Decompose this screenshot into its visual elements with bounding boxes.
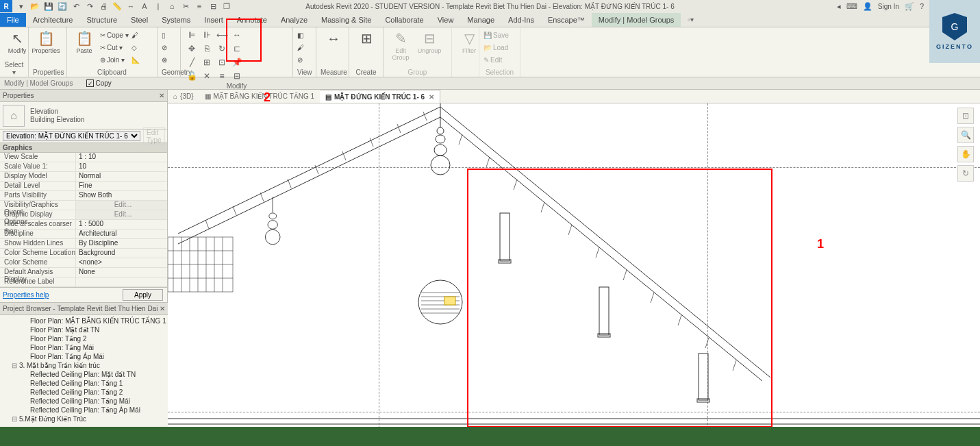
sync-icon[interactable]: 🔄 bbox=[58, 1, 67, 11]
sel-save-button[interactable]: 💾Save bbox=[483, 29, 516, 41]
prop-value[interactable]: By Discipline bbox=[75, 239, 167, 248]
modify-button[interactable]: ↖ Modify bbox=[4, 29, 30, 55]
drawing-canvas[interactable]: 1 ⊡ 🔍 ✋ ↻ bbox=[168, 103, 980, 432]
property-row[interactable]: Detail LevelFine bbox=[0, 182, 167, 191]
sel-edit-button[interactable]: ✎Edit bbox=[483, 53, 516, 66]
sel-load-button[interactable]: 📂Load bbox=[483, 41, 516, 53]
tree-item[interactable]: ⊟5.Mặt Đứng Kiến Trúc bbox=[3, 414, 165, 423]
clip3-button[interactable]: 📐 bbox=[131, 53, 140, 66]
switch-win-icon[interactable]: ❐ bbox=[222, 1, 231, 11]
prop-value[interactable]: 10 bbox=[75, 162, 167, 171]
expand-icon[interactable]: ⊟ bbox=[11, 361, 18, 370]
tab-3d[interactable]: ⌂{3D} bbox=[168, 90, 199, 103]
tab-structure[interactable]: Structure bbox=[79, 13, 124, 27]
help-icon[interactable]: ? bbox=[920, 2, 924, 10]
property-row[interactable]: Color Scheme LocationBackground bbox=[0, 249, 167, 258]
geo2-button[interactable]: ⊘ bbox=[162, 41, 176, 53]
prop-value[interactable]: 1 : 10 bbox=[75, 153, 167, 162]
measure-button[interactable]: ↔ bbox=[321, 29, 347, 48]
prop-value[interactable]: Show Both bbox=[75, 191, 167, 200]
copy-checkbox[interactable]: ✓Copy bbox=[86, 79, 111, 87]
cope-button[interactable]: ✂Cope ▾ bbox=[100, 29, 129, 41]
open-icon[interactable]: 📂 bbox=[30, 1, 40, 11]
prop-value[interactable]: 1 : 5000 bbox=[75, 220, 167, 229]
move-button[interactable]: ✥ bbox=[185, 42, 199, 55]
expand-icon[interactable]: ⊟ bbox=[11, 414, 18, 423]
pin-button[interactable]: 📌 bbox=[230, 56, 244, 69]
property-row[interactable]: Default Analysis Display ...None bbox=[0, 268, 167, 277]
tab-addins[interactable]: Add-Ins bbox=[501, 13, 541, 27]
keyboard-icon[interactable]: ⌨ bbox=[846, 2, 857, 11]
app-icon[interactable]: R bbox=[0, 0, 12, 12]
filter-button[interactable]: ▽Filter bbox=[456, 29, 482, 55]
tree-item[interactable]: Reflected Ceiling Plan: Tầng 1 bbox=[3, 379, 165, 388]
tab-annotate[interactable]: Annotate bbox=[230, 13, 274, 27]
edit-type-button[interactable]: Edit Type bbox=[143, 127, 165, 145]
prop-value[interactable]: Edit... bbox=[75, 201, 167, 210]
undo-icon[interactable]: ↶ bbox=[71, 1, 81, 11]
tree-item[interactable]: Reflected Ceiling Plan: Tầng Mái bbox=[3, 397, 165, 406]
search-icon[interactable]: ◂ bbox=[837, 2, 841, 11]
property-row[interactable]: Reference Label bbox=[0, 277, 167, 287]
save-icon[interactable]: 💾 bbox=[44, 1, 53, 11]
fullnav-button[interactable]: ⊡ bbox=[957, 108, 974, 124]
tree-item[interactable]: Reflected Ceiling Plan: Tầng 2 bbox=[3, 388, 165, 397]
view3-button[interactable]: ⊘ bbox=[297, 53, 312, 66]
paste-button[interactable]: 📋 Paste bbox=[71, 29, 97, 55]
trim-button[interactable]: ⊏ bbox=[230, 42, 244, 55]
tree-item[interactable]: Floor Plan: Tầng Áp Mái bbox=[3, 352, 165, 361]
thin-lines-icon[interactable]: ≡ bbox=[194, 1, 204, 11]
tab-close-icon[interactable]: ✕ bbox=[429, 93, 434, 101]
array-button[interactable]: ⊞ bbox=[200, 56, 214, 69]
properties-help-link[interactable]: Properties help bbox=[0, 291, 123, 299]
prop-value[interactable]: <none> bbox=[75, 258, 167, 267]
tab-massing[interactable]: Massing & Site bbox=[314, 13, 378, 27]
clip2-button[interactable]: ◇ bbox=[131, 41, 140, 53]
prop-value[interactable]: Background bbox=[75, 249, 167, 258]
property-row[interactable]: Hide at scales coarser than1 : 5000 bbox=[0, 220, 167, 230]
redo-icon[interactable]: ↷ bbox=[85, 1, 95, 11]
align-icon[interactable]: ↔ bbox=[126, 1, 136, 11]
cart-icon[interactable]: 🛒 bbox=[905, 2, 914, 11]
tree-item[interactable]: Reflected Ceiling Plan: Tầng Áp Mái bbox=[3, 406, 165, 414]
palette-close-icon[interactable]: ✕ bbox=[159, 92, 164, 99]
property-row[interactable]: Graphic Display OptionsEdit... bbox=[0, 210, 167, 220]
copy-button[interactable]: ⎘ bbox=[200, 42, 214, 55]
tree-item[interactable]: Floor Plan: Tầng 2 bbox=[3, 334, 165, 343]
split-button[interactable]: ╱ bbox=[185, 56, 199, 69]
section-icon[interactable]: ✂ bbox=[181, 1, 190, 11]
cut-button[interactable]: ✂Cut ▾ bbox=[100, 41, 129, 53]
tab-enscape[interactable]: Enscape™ bbox=[541, 13, 592, 27]
scale-button[interactable]: ⊡ bbox=[215, 56, 229, 69]
print-icon[interactable]: 🖨 bbox=[99, 1, 108, 11]
category-graphics[interactable]: Graphics bbox=[0, 143, 167, 153]
signin-link[interactable]: Sign In bbox=[878, 3, 899, 10]
align-button[interactable]: ⊫ bbox=[185, 29, 199, 41]
unpin-button[interactable]: 🔓 bbox=[185, 70, 199, 82]
property-row[interactable]: Color Scheme<none> bbox=[0, 258, 167, 268]
tab-manage[interactable]: Manage bbox=[460, 13, 501, 27]
ext2-button[interactable]: ⊟ bbox=[230, 70, 244, 82]
tree-item[interactable]: Reflected Ceiling Plan: Mặt đất TN bbox=[3, 370, 165, 379]
tab-insert[interactable]: Insert bbox=[197, 13, 230, 27]
tab-steel[interactable]: Steel bbox=[124, 13, 155, 27]
panel-overflow-icon[interactable]: ▫▾ bbox=[688, 16, 694, 23]
tab-floorplan[interactable]: ▦MẶT BẰNG KIẾN TRÚC TẦNG 1 bbox=[199, 90, 321, 103]
tree-item[interactable]: Floor Plan: Tầng Mái bbox=[3, 343, 165, 352]
user-icon[interactable]: 👤 bbox=[863, 2, 872, 11]
prop-value[interactable] bbox=[75, 277, 167, 286]
rotate-button[interactable]: ↻ bbox=[215, 42, 229, 55]
property-row[interactable]: Scale Value 1:10 bbox=[0, 162, 167, 172]
property-row[interactable]: Display ModelNormal bbox=[0, 172, 167, 182]
view2-button[interactable]: 🖌 bbox=[297, 41, 312, 53]
ext1-button[interactable]: ≡ bbox=[215, 70, 229, 82]
3d-icon[interactable]: ⌂ bbox=[167, 1, 177, 11]
tree-item[interactable]: Floor Plan: MẶT BẰNG KIẾN TRÚC TẦNG 1 bbox=[3, 317, 165, 325]
menu-icon[interactable]: ▾ bbox=[16, 1, 26, 11]
tab-systems[interactable]: Systems bbox=[155, 13, 197, 27]
tab-architecture[interactable]: Architecture bbox=[26, 13, 80, 27]
tree-item[interactable]: ⊟3. Mặt bằng Trần kiến trúc bbox=[3, 361, 165, 370]
tab-collaborate[interactable]: Collaborate bbox=[378, 13, 430, 27]
palette-close-icon[interactable]: ✕ bbox=[160, 305, 165, 312]
delete-button[interactable]: ✕ bbox=[200, 70, 214, 82]
